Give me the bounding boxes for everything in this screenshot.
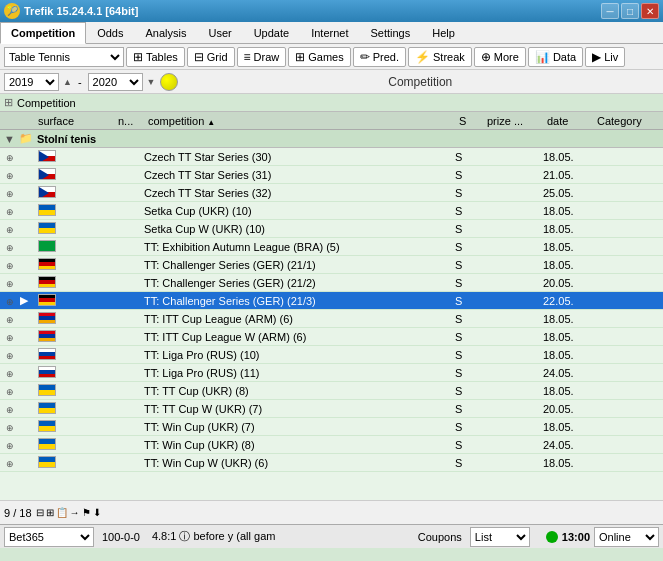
row-date: 25.05.: [543, 187, 593, 199]
row-expand-icon[interactable]: ⊕: [0, 457, 20, 469]
group-expand-icon[interactable]: ▼: [4, 133, 15, 145]
row-expand-icon[interactable]: ⊕: [0, 169, 20, 181]
row-competition: TT: TT Cup (UKR) (8): [144, 385, 455, 397]
menu-tab-user[interactable]: User: [197, 22, 242, 44]
year-start-select[interactable]: 2019: [4, 73, 59, 91]
row-expand-icon[interactable]: ⊕: [0, 313, 20, 325]
games-button[interactable]: ⊞ Games: [288, 47, 350, 67]
col-prize-header[interactable]: prize ...: [483, 115, 543, 127]
row-date: 18.05.: [543, 313, 593, 325]
row-expand-icon[interactable]: ⊕: [0, 223, 20, 235]
row-expand-icon[interactable]: ⊕: [0, 241, 20, 253]
draw-button[interactable]: ≡ Draw: [237, 47, 287, 67]
grid-button[interactable]: ⊟ Grid: [187, 47, 235, 67]
col-date-header[interactable]: date: [543, 115, 593, 127]
status-select[interactable]: Online: [594, 527, 659, 547]
edit-icon[interactable]: 📋: [56, 507, 68, 518]
list-select[interactable]: List: [470, 527, 530, 547]
time-value: 13:00: [562, 531, 590, 543]
row-expand-icon[interactable]: ⊕: [0, 151, 20, 163]
flag-icon: [38, 294, 56, 306]
table-row[interactable]: ⊕ TT: TT Cup W (UKR) (7) S 20.05.: [0, 400, 663, 418]
row-expand-icon[interactable]: ⊕: [0, 205, 20, 217]
table-row[interactable]: ⊕ Czech TT Star Series (31) S 21.05.: [0, 166, 663, 184]
table-row[interactable]: ⊕ TT: Liga Pro (RUS) (10) S 18.05.: [0, 346, 663, 364]
streak-button[interactable]: ⚡ Streak: [408, 47, 472, 67]
row-expand-icon[interactable]: ⊕: [0, 403, 20, 415]
more-icon: ⊕: [481, 50, 491, 64]
table-row[interactable]: ⊕ Setka Cup (UKR) (10) S 18.05.: [0, 202, 663, 220]
grid-icon: ⊟: [194, 50, 204, 64]
row-expand-icon[interactable]: ⊕: [0, 421, 20, 433]
table-row[interactable]: ⊕ Czech TT Star Series (32) S 25.05.: [0, 184, 663, 202]
row-expand-icon[interactable]: ⊕: [0, 259, 20, 271]
table-row[interactable]: ⊕ TT: ITT Cup League (ARM) (6) S 18.05.: [0, 310, 663, 328]
menu-tab-analysis[interactable]: Analysis: [134, 22, 197, 44]
table-row[interactable]: ⊕ TT: TT Cup (UKR) (8) S 18.05.: [0, 382, 663, 400]
maximize-button[interactable]: □: [621, 3, 639, 19]
table-row[interactable]: ⊕ TT: Win Cup (UKR) (7) S 18.05.: [0, 418, 663, 436]
row-s: S: [455, 421, 483, 433]
table-row[interactable]: ⊕ TT: ITT Cup League W (ARM) (6) S 18.05…: [0, 328, 663, 346]
filter-icon: ⊞: [4, 96, 13, 109]
col-category-header[interactable]: Category: [593, 115, 663, 127]
table-row[interactable]: ⊕ Setka Cup W (UKR) (10) S 18.05.: [0, 220, 663, 238]
table-row[interactable]: ⊕ ▶ TT: Challenger Series (GER) (21/3) S…: [0, 292, 663, 310]
row-date: 18.05.: [543, 259, 593, 271]
row-expand-icon[interactable]: ⊕: [0, 385, 20, 397]
row-competition: TT: Win Cup (UKR) (7): [144, 421, 455, 433]
table-row[interactable]: ⊕ TT: Exhibition Autumn League (BRA) (5)…: [0, 238, 663, 256]
flag-icon[interactable]: ⚑: [82, 507, 91, 518]
pred-icon: ✏: [360, 50, 370, 64]
row-expand-icon[interactable]: ⊕: [0, 187, 20, 199]
row-expand-icon[interactable]: ⊕: [0, 295, 20, 307]
table-row[interactable]: ⊕ Czech TT Star Series (30) S 18.05.: [0, 148, 663, 166]
coupons-label[interactable]: Coupons: [414, 530, 466, 544]
more-button[interactable]: ⊕ More: [474, 47, 526, 67]
bottombar: Bet365 100-0-0 4.8:1 ⓘ before y (all gam…: [0, 524, 663, 548]
table-icon[interactable]: ⊞: [46, 507, 54, 518]
col-n-header[interactable]: n...: [114, 115, 144, 127]
year-down-arrow[interactable]: ▼: [147, 77, 156, 87]
sport-select[interactable]: Table Tennis: [4, 47, 124, 67]
close-button[interactable]: ✕: [641, 3, 659, 19]
table-row[interactable]: ⊕ TT: Win Cup W (UKR) (6) S 18.05.: [0, 454, 663, 472]
col-s-header[interactable]: S: [455, 115, 483, 127]
table-row[interactable]: ⊕ TT: Liga Pro (RUS) (11) S 24.05.: [0, 364, 663, 382]
menu-tab-settings[interactable]: Settings: [359, 22, 421, 44]
menu-tab-update[interactable]: Update: [243, 22, 300, 44]
row-date: 18.05.: [543, 457, 593, 469]
row-expand-icon[interactable]: ⊕: [0, 331, 20, 343]
arrow-icon[interactable]: →: [70, 507, 80, 518]
row-expand-icon[interactable]: ⊕: [0, 439, 20, 451]
table-row[interactable]: ⊕ TT: Challenger Series (GER) (21/2) S 2…: [0, 274, 663, 292]
row-expand-icon[interactable]: ⊕: [0, 277, 20, 289]
table-row[interactable]: ⊕ TT: Win Cup (UKR) (8) S 24.05.: [0, 436, 663, 454]
download-icon[interactable]: ⬇: [93, 507, 101, 518]
comp-header: ⊞ Competition: [0, 94, 663, 112]
menu-tab-odds[interactable]: Odds: [86, 22, 134, 44]
row-surface: [34, 150, 114, 164]
col-surface-header[interactable]: surface: [34, 115, 114, 127]
row-expand-icon[interactable]: ⊕: [0, 349, 20, 361]
year-end-select[interactable]: 2020: [88, 73, 143, 91]
table-row[interactable]: ⊕ TT: Challenger Series (GER) (21/1) S 1…: [0, 256, 663, 274]
pred-button[interactable]: ✏ Pred.: [353, 47, 406, 67]
row-surface: [34, 168, 114, 182]
year-up-arrow[interactable]: ▲: [63, 77, 72, 87]
bookmaker-select[interactable]: Bet365: [4, 527, 94, 547]
menu-tab-help[interactable]: Help: [421, 22, 466, 44]
filter-icon[interactable]: ⊟: [36, 507, 44, 518]
info-value: 4.8:1 ⓘ before y (all gam: [148, 528, 280, 545]
menu-tab-internet[interactable]: Internet: [300, 22, 359, 44]
menu-tab-competition[interactable]: Competition: [0, 22, 86, 44]
row-surface: [34, 330, 114, 344]
row-date: 18.05.: [543, 223, 593, 235]
minimize-button[interactable]: ─: [601, 3, 619, 19]
tables-button[interactable]: ⊞ Tables: [126, 47, 185, 67]
flag-icon: [38, 348, 56, 360]
row-expand-icon[interactable]: ⊕: [0, 367, 20, 379]
row-competition: TT: Win Cup W (UKR) (6): [144, 457, 455, 469]
liv-button[interactable]: ▶ Liv: [585, 47, 625, 67]
data-button[interactable]: 📊 Data: [528, 47, 583, 67]
